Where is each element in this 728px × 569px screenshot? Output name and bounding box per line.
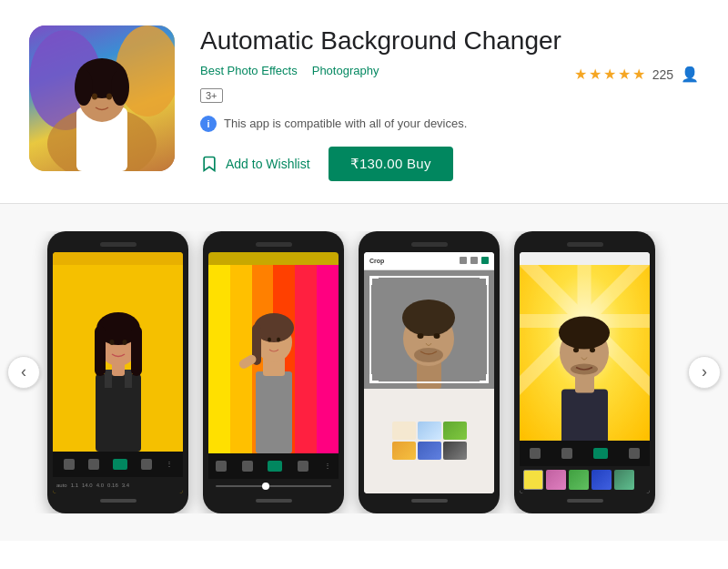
app-icon — [29, 25, 175, 171]
svg-point-26 — [277, 337, 280, 341]
svg-point-47 — [559, 316, 610, 349]
phone-screen-1: ⋮ auto 1.1 14.0 4.0 0.16 3.4 — [53, 252, 183, 493]
phone-speaker-2 — [256, 242, 292, 247]
compatibility-text: This app is compatible with all of your … — [224, 117, 467, 130]
rating-row: ★ ★ ★ ★ ★ 225 👤 — [574, 66, 699, 83]
svg-point-7 — [111, 69, 129, 106]
screenshots-container: ⋮ auto 1.1 14.0 4.0 0.16 3.4 — [0, 231, 703, 513]
tb-icon-1 — [64, 459, 75, 470]
s3-icon-2 — [470, 257, 478, 264]
phone-home-bar-1 — [100, 499, 136, 503]
thumb-1 — [523, 470, 543, 490]
screen4-tb-4 — [629, 448, 640, 459]
screen1-status — [53, 252, 183, 265]
screen4-tb-3 — [593, 448, 608, 459]
category-link-photography[interactable]: Photography — [312, 64, 379, 77]
buy-button[interactable]: ₹130.00 Buy — [329, 147, 453, 181]
param2: 1.1 — [71, 483, 78, 488]
screen1-content — [53, 265, 183, 452]
param6: 3.4 — [122, 483, 129, 488]
screen1-toolbar: ⋮ — [53, 452, 183, 477]
s3-icon-3 — [481, 257, 489, 264]
svg-rect-11 — [105, 370, 112, 388]
screen2-tb-2 — [242, 461, 253, 472]
phone-mockup-2: ⋮ — [203, 231, 344, 513]
tb-icon-2 — [88, 459, 99, 470]
tb-icon-3 — [113, 459, 127, 470]
phone-screen-4 — [520, 252, 650, 493]
svg-point-25 — [268, 337, 271, 341]
svg-point-18 — [109, 340, 114, 345]
svg-point-49 — [590, 347, 595, 352]
screen3-icons — [460, 257, 489, 264]
bg-thumb-3 — [443, 422, 467, 440]
rating-count: 225 — [652, 67, 673, 82]
svg-point-48 — [573, 347, 579, 352]
right-arrow-icon: › — [702, 362, 707, 381]
screen2-status — [208, 252, 339, 265]
star-3: ★ — [603, 66, 616, 83]
screen4-photo — [520, 265, 650, 441]
compatibility-row: i This app is compatible with all of you… — [200, 116, 699, 132]
age-badge: 3+ — [200, 88, 223, 103]
stars: ★ ★ ★ ★ ★ — [574, 66, 645, 83]
app-details: Automatic Background Changer Best Photo … — [200, 25, 699, 181]
param5: 0.16 — [107, 483, 118, 488]
param4: 4.0 — [96, 483, 104, 488]
screen4-tb-2 — [561, 448, 572, 459]
screen1-params: auto 1.1 14.0 4.0 0.16 3.4 — [53, 477, 183, 493]
phone-speaker-4 — [567, 242, 603, 247]
screen4-toolbar — [520, 441, 650, 466]
bg-thumb-6 — [443, 442, 467, 460]
category-link-photos[interactable]: Best Photo Effects — [200, 64, 298, 77]
info-icon: i — [200, 116, 217, 132]
wishlist-button[interactable]: Add to Wishlist — [200, 155, 310, 173]
star-4: ★ — [618, 66, 631, 83]
svg-point-6 — [75, 69, 93, 106]
phone-speaker-3 — [411, 242, 448, 247]
svg-point-50 — [571, 363, 598, 374]
screen4-status — [520, 252, 650, 265]
svg-rect-17 — [131, 326, 142, 376]
svg-point-8 — [92, 94, 97, 100]
thumb-3 — [569, 470, 589, 490]
phone-screen-2: ⋮ — [208, 252, 339, 493]
phone-home-bar-3 — [411, 499, 448, 503]
svg-rect-12 — [125, 370, 132, 388]
crop-label: Crop — [369, 258, 384, 264]
carousel-right-arrow[interactable]: › — [688, 356, 721, 389]
phone-home-bar-2 — [256, 499, 292, 503]
action-row: Add to Wishlist ₹130.00 Buy — [200, 147, 699, 181]
screen2-tb-3 — [268, 461, 282, 472]
bg-thumb-1 — [392, 422, 416, 440]
screen4-thumbs — [520, 466, 650, 493]
screen2-tb-4 — [298, 461, 308, 472]
star-half: ★ — [632, 66, 645, 83]
svg-rect-10 — [96, 374, 141, 452]
screen4-tb-1 — [530, 448, 541, 459]
phone-mockup-3: Crop — [359, 231, 500, 513]
s3-icon-1 — [460, 257, 467, 264]
app-info-section: Automatic Background Changer Best Photo … — [0, 0, 728, 204]
phone-speaker-1 — [100, 242, 136, 247]
param3: 14.0 — [82, 483, 93, 488]
svg-rect-44 — [561, 389, 608, 441]
person-icon: 👤 — [681, 66, 699, 83]
bg-grid — [389, 418, 470, 463]
screen2-content — [208, 265, 339, 453]
slider-line — [216, 485, 331, 487]
star-2: ★ — [589, 66, 602, 83]
crop-corner-bl — [369, 374, 379, 383]
svg-rect-16 — [95, 326, 106, 376]
screen2-tb-1 — [216, 461, 227, 472]
screen3-header: Crop — [364, 252, 494, 270]
screen3-photo — [364, 270, 494, 389]
crop-corner-tl — [369, 276, 379, 285]
tb-icon-4 — [141, 459, 152, 470]
wishlist-label: Add to Wishlist — [226, 157, 310, 171]
carousel-left-arrow[interactable]: ‹ — [7, 356, 40, 389]
bg-thumb-5 — [418, 442, 441, 460]
thumb-4 — [592, 470, 612, 490]
bg-thumb-4 — [392, 442, 416, 460]
phone-home-bar-4 — [567, 499, 603, 503]
